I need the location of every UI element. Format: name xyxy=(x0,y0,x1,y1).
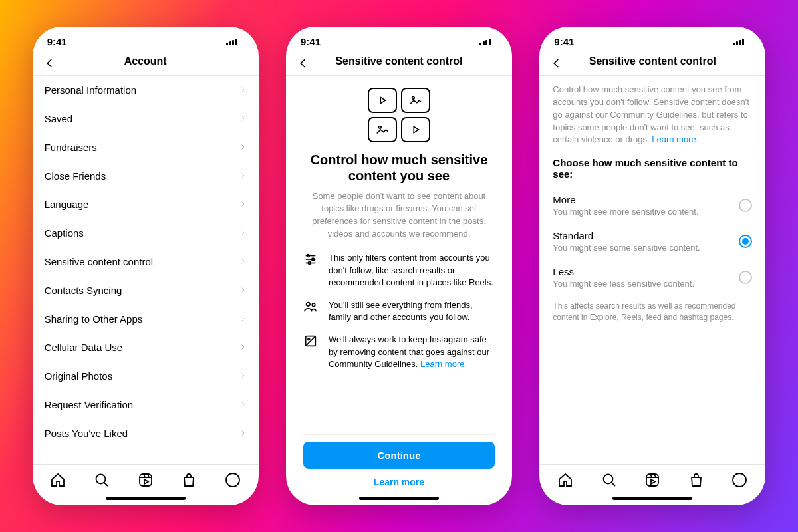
bullet-text: We'll always work to keep Instagram safe… xyxy=(329,334,495,370)
intro-heading: Control how much sensitive content you s… xyxy=(303,152,495,184)
chevron-right-icon xyxy=(239,199,247,210)
svg-line-4 xyxy=(104,483,108,487)
page-title: Sensitive content control xyxy=(589,55,716,67)
settings-row-label: Saved xyxy=(45,113,73,124)
home-icon[interactable] xyxy=(557,471,574,489)
learn-more-link[interactable]: Learn more xyxy=(303,469,495,490)
settings-row-label: Language xyxy=(45,199,89,210)
option-title: More xyxy=(553,194,698,205)
svg-point-3 xyxy=(96,475,106,484)
option-title: Standard xyxy=(553,230,700,241)
bullet-icon xyxy=(303,252,319,289)
continue-button[interactable]: Continue xyxy=(303,442,495,469)
settings-row[interactable]: Request Verification xyxy=(33,390,259,419)
settings-row[interactable]: Original Photos xyxy=(33,362,259,390)
choose-heading: Choose how much sensitive content to see… xyxy=(553,157,752,180)
radio-button[interactable] xyxy=(739,271,752,284)
profile-icon[interactable] xyxy=(731,471,748,489)
home-indicator xyxy=(359,497,439,500)
cellular-icon xyxy=(479,39,491,45)
svg-point-25 xyxy=(312,303,315,307)
back-button[interactable] xyxy=(41,54,59,72)
settings-row[interactable]: Language xyxy=(33,190,259,219)
chevron-right-icon xyxy=(239,170,247,182)
info-bullet: You'll still see everything from friends… xyxy=(303,299,495,323)
header: Account xyxy=(33,50,259,76)
radio-button[interactable] xyxy=(739,199,752,212)
shop-icon[interactable] xyxy=(180,471,198,489)
svg-marker-9 xyxy=(144,479,148,484)
cellular-icon xyxy=(733,39,745,45)
content-option-less[interactable]: Less You might see less sensitive conten… xyxy=(553,261,752,297)
content-option-more[interactable]: More You might see more sensitive conten… xyxy=(553,189,752,225)
option-title: Less xyxy=(553,266,694,277)
image-tile-icon xyxy=(368,117,397,142)
header: Sensitive content control xyxy=(286,50,512,76)
settings-row[interactable]: Sharing to Other Apps xyxy=(33,305,259,333)
settings-row-label: Cellular Data Use xyxy=(45,342,123,353)
settings-row-label: Contacts Syncing xyxy=(45,285,122,296)
svg-point-28 xyxy=(308,338,310,340)
settings-row[interactable]: Saved xyxy=(33,104,259,133)
page-title: Sensitive content control xyxy=(335,55,462,67)
content-option-standard[interactable]: Standard You might see some sensitive co… xyxy=(553,225,752,261)
options-content: Control how much sensitive content you s… xyxy=(539,76,765,464)
chevron-right-icon xyxy=(239,342,247,353)
home-indicator xyxy=(106,497,186,500)
status-time: 9:41 xyxy=(301,36,321,47)
option-subtitle: You might see some sensitive content. xyxy=(553,243,700,253)
svg-point-10 xyxy=(226,473,239,487)
svg-point-39 xyxy=(733,473,746,487)
chevron-right-icon xyxy=(239,142,247,153)
status-time: 9:41 xyxy=(47,36,67,47)
shop-icon[interactable] xyxy=(688,471,705,489)
cellular-icon xyxy=(226,39,237,45)
settings-row-label: Sensitive content control xyxy=(45,256,153,267)
settings-row[interactable]: Captions xyxy=(33,219,259,247)
settings-row-label: Request Verification xyxy=(45,399,133,410)
settings-row-label: Posts You've Liked xyxy=(45,428,128,439)
settings-row[interactable]: Cellular Data Use xyxy=(33,333,259,362)
info-bullet: This only filters content from accounts … xyxy=(303,252,495,289)
cta-area: Continue Learn more xyxy=(303,434,495,494)
home-icon[interactable] xyxy=(49,471,66,489)
svg-point-15 xyxy=(412,97,414,100)
settings-row[interactable]: Posts You've Liked xyxy=(33,419,259,448)
back-button[interactable] xyxy=(294,54,313,72)
reels-icon[interactable] xyxy=(644,471,661,489)
header: Sensitive content control xyxy=(539,50,765,76)
settings-row[interactable]: Sensitive content control xyxy=(33,247,259,276)
svg-marker-38 xyxy=(651,479,655,484)
illustration xyxy=(303,88,495,142)
radio-group: More You might see more sensitive conten… xyxy=(553,189,752,297)
svg-point-16 xyxy=(378,126,381,129)
settings-row[interactable]: Personal Information xyxy=(33,76,259,104)
status-bar: 9:41 xyxy=(33,27,259,50)
settings-row-label: Sharing to Other Apps xyxy=(45,313,143,325)
chevron-right-icon xyxy=(239,370,247,382)
intro-subtext: Some people don't want to see content ab… xyxy=(303,190,495,240)
option-subtitle: You might see more sensitive content. xyxy=(553,207,698,217)
chevron-right-icon xyxy=(239,428,247,439)
settings-row[interactable]: Close Friends xyxy=(33,162,259,190)
reels-icon[interactable] xyxy=(137,471,154,489)
radio-button[interactable] xyxy=(739,235,752,248)
phone-account: 9:41 Account Personal InformationSavedFu… xyxy=(33,27,259,505)
search-icon[interactable] xyxy=(93,471,110,489)
chevron-right-icon xyxy=(239,399,247,410)
chevron-right-icon xyxy=(239,285,247,296)
back-button[interactable] xyxy=(547,54,566,72)
settings-row-label: Personal Information xyxy=(45,84,136,96)
settings-row[interactable]: Fundraisers xyxy=(33,133,259,162)
learn-more-link[interactable]: Learn more. xyxy=(652,134,698,144)
settings-row-label: Close Friends xyxy=(45,170,106,182)
status-bar: 9:41 xyxy=(539,27,765,50)
learn-more-link[interactable]: Learn more. xyxy=(420,359,467,369)
search-icon[interactable] xyxy=(600,471,618,489)
image-tile-icon xyxy=(401,88,430,113)
page-title: Account xyxy=(124,55,167,67)
play-tile-icon xyxy=(401,117,430,142)
profile-icon[interactable] xyxy=(224,471,241,489)
settings-row[interactable]: Contacts Syncing xyxy=(33,276,259,305)
status-indicators xyxy=(226,39,244,45)
